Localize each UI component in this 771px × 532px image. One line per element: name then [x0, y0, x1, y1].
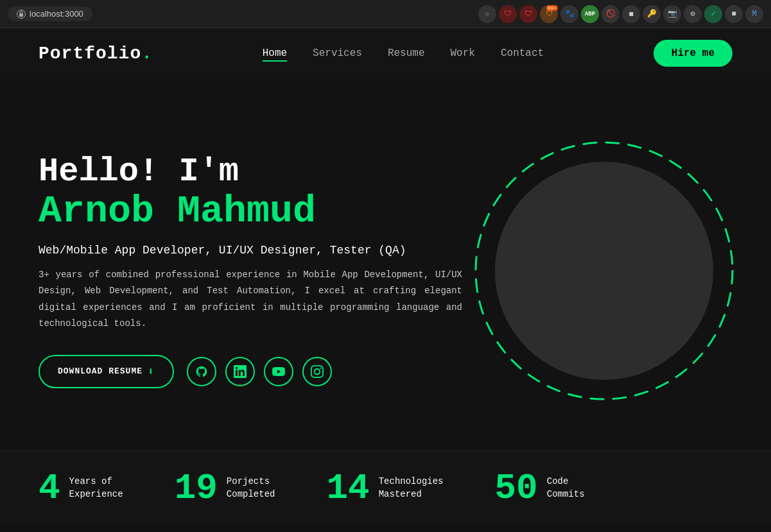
hire-button[interactable]: Hire me [654, 40, 732, 67]
browser-bar: localhost:3000 ☆ 🛡 🛡 🛡99+ 🐾 ABP 🚫 ◼ 🔑 📷 … [0, 0, 771, 28]
camera-icon[interactable]: 📷 [663, 5, 681, 23]
ext-icon-2[interactable]: ■ [725, 5, 743, 23]
address-bar[interactable]: localhost:3000 [8, 6, 92, 21]
social-links [187, 357, 332, 386]
instagram-button[interactable] [302, 357, 332, 386]
url-text: localhost:3000 [30, 9, 83, 19]
svg-rect-0 [19, 13, 23, 17]
stat-experience: 4 Years ofExperience [39, 470, 123, 506]
shield-icon-2[interactable]: 🛡 [519, 5, 537, 23]
navbar: Portfolio. Home Services Resume Work Con… [0, 28, 771, 78]
abp-icon[interactable]: ABP [581, 5, 599, 23]
youtube-button[interactable] [264, 357, 293, 386]
nav-item-services[interactable]: Services [313, 47, 362, 59]
hero-actions: DOWNLOAD RESUME ⬇ [39, 355, 462, 388]
stats-section: 4 Years ofExperience 19 PorjectsComplete… [0, 450, 771, 526]
star-icon[interactable]: ☆ [478, 5, 496, 23]
hero-title: Web/Mobile App Developer, UI/UX Designer… [39, 244, 462, 257]
hero-content: Hello! I'm Arnob Mahmud Web/Mobile App D… [39, 153, 462, 388]
ext-icon-1[interactable]: ◼ [622, 5, 640, 23]
download-resume-button[interactable]: DOWNLOAD RESUME ⬇ [39, 355, 174, 388]
logo[interactable]: Portfolio. [39, 44, 153, 64]
hero-image-container [476, 142, 732, 399]
stat-number-projects: 19 [175, 470, 218, 506]
settings-icon[interactable]: ⚙ [684, 5, 702, 23]
linkedin-button[interactable] [225, 357, 255, 386]
nav-link-home[interactable]: Home [263, 47, 287, 59]
logo-dot: . [141, 44, 153, 64]
stat-technologies: 14 TechnologiesMastered [326, 470, 443, 506]
nav-links: Home Services Resume Work Contact [263, 47, 544, 59]
shield-icon-1[interactable]: 🛡 [499, 5, 517, 23]
nav-link-contact[interactable]: Contact [501, 47, 544, 59]
stat-label-commits: CodeCommits [547, 476, 585, 501]
stat-label-technologies: TechnologiesMastered [379, 476, 444, 501]
block-icon[interactable]: 🚫 [602, 5, 619, 23]
profile-photo [495, 162, 713, 380]
paw-icon[interactable]: 🐾 [560, 5, 578, 23]
github-button[interactable] [187, 357, 216, 386]
stat-number-commits: 50 [495, 470, 538, 506]
hero-description: 3+ years of combined professional experi… [39, 267, 462, 332]
nav-item-home[interactable]: Home [263, 47, 287, 59]
nav-item-resume[interactable]: Resume [388, 47, 425, 59]
profile-image-face [495, 162, 713, 380]
ext-icon-3[interactable]: M [745, 5, 763, 23]
key-icon[interactable]: 🔑 [643, 5, 661, 23]
nav-link-resume[interactable]: Resume [388, 47, 425, 59]
stat-commits: 50 CodeCommits [495, 470, 585, 506]
stat-number-technologies: 14 [326, 470, 369, 506]
nav-link-services[interactable]: Services [313, 47, 362, 59]
browser-toolbar: ☆ 🛡 🛡 🛡99+ 🐾 ABP 🚫 ◼ 🔑 📷 ⚙ ✓ ■ M [478, 5, 763, 23]
nav-item-contact[interactable]: Contact [501, 47, 544, 59]
hero-greeting: Hello! I'm [39, 153, 462, 190]
stat-projects: 19 PorjectsCompleted [175, 470, 275, 506]
lock-icon [17, 10, 26, 19]
hero-name: Arnob Mahmud [39, 190, 462, 232]
stat-label-experience: Years ofExperience [69, 476, 123, 501]
stat-number-experience: 4 [39, 470, 60, 506]
hero-section: Hello! I'm Arnob Mahmud Web/Mobile App D… [0, 78, 771, 450]
nav-link-work[interactable]: Work [451, 47, 475, 59]
nav-item-work[interactable]: Work [451, 47, 475, 59]
stat-label-projects: PorjectsCompleted [227, 476, 275, 501]
check-icon[interactable]: ✓ [704, 5, 722, 23]
download-icon: ⬇ [148, 365, 155, 378]
shield-badge-icon[interactable]: 🛡99+ [540, 5, 558, 23]
